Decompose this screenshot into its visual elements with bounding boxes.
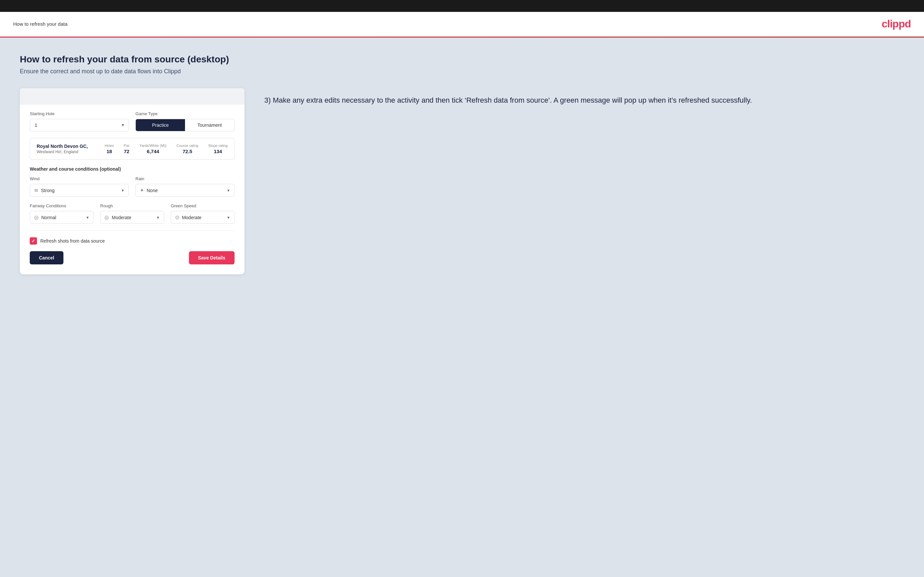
side-text-content: 3) Make any extra edits necessary to the… [264, 95, 904, 106]
rain-select[interactable]: ✦ None ▼ [136, 184, 234, 197]
practice-button[interactable]: Practice [136, 119, 185, 131]
wind-group: Wind ≋ Strong ▼ [30, 176, 129, 197]
fairway-select-wrapper: ◎ Normal ▼ [30, 211, 94, 224]
starting-hole-select[interactable]: 1 [30, 119, 129, 131]
fairway-group: Fairway Conditions ◎ Normal ▼ [30, 203, 94, 224]
fairway-select[interactable]: ◎ Normal ▼ [30, 211, 94, 224]
top-bar [0, 0, 924, 12]
checkmark-icon: ✓ [31, 239, 36, 243]
rough-select-wrapper: ◎ Moderate ▼ [100, 211, 164, 224]
green-speed-select-wrapper: ⊙ Moderate ▼ [171, 211, 234, 224]
green-speed-icon: ⊙ [175, 214, 179, 221]
side-text: 3) Make any extra edits necessary to the… [264, 88, 904, 106]
rain-select-wrapper: ✦ None ▼ [136, 184, 234, 197]
yards-value: 6,744 [139, 148, 166, 154]
green-speed-label: Green Speed [171, 203, 234, 208]
par-value: 72 [124, 148, 129, 154]
rough-label: Rough [100, 203, 164, 208]
green-speed-arrow-icon: ▼ [227, 216, 230, 219]
rain-value: None [147, 188, 224, 193]
starting-hole-select-wrapper: 1 ▼ [30, 119, 129, 131]
course-rating-value: 72.5 [176, 148, 198, 154]
game-type-group: Game Type Practice Tournament [136, 111, 234, 131]
course-info-box: Royal North Devon GC, Westward Ho!, Engl… [30, 138, 234, 160]
rough-icon: ◎ [104, 214, 109, 221]
slope-rating-value: 134 [208, 148, 228, 154]
rough-arrow-icon: ▼ [156, 216, 160, 219]
form-row-top: Starting Hole 1 ▼ Game Type Practice Tou… [30, 111, 234, 131]
button-row: Cancel Save Details [30, 251, 234, 264]
header-title: How to refresh your data [13, 21, 68, 27]
game-type-label: Game Type [136, 111, 234, 116]
refresh-checkbox[interactable]: ✓ [30, 237, 37, 245]
starting-hole-label: Starting Hole [30, 111, 129, 116]
starting-hole-group: Starting Hole 1 ▼ [30, 111, 129, 131]
slope-rating-label: Slope rating [208, 143, 228, 148]
green-speed-value: Moderate [182, 215, 224, 220]
wind-icon: ≋ [34, 187, 38, 193]
green-speed-select[interactable]: ⊙ Moderate ▼ [171, 211, 234, 224]
rough-select[interactable]: ◎ Moderate ▼ [100, 211, 164, 224]
par-label: Par [124, 143, 129, 148]
yards-label: Yards/White (M)) [139, 143, 166, 148]
tournament-button[interactable]: Tournament [185, 119, 234, 131]
par-stat: Par 72 [124, 143, 129, 154]
course-name-group: Royal North Devon GC, Westward Ho!, Engl… [37, 143, 95, 154]
cancel-button[interactable]: Cancel [30, 251, 63, 264]
refresh-checkbox-row: ✓ Refresh shots from data source [30, 237, 234, 245]
fairway-label: Fairway Conditions [30, 203, 94, 208]
rough-value: Moderate [111, 215, 153, 220]
rain-icon: ✦ [140, 187, 144, 193]
refresh-checkbox-label: Refresh shots from data source [40, 239, 105, 243]
game-type-buttons: Practice Tournament [136, 119, 234, 131]
page-subtitle: Ensure the correct and most up to date d… [20, 68, 904, 75]
course-rating-label: Course rating [176, 143, 198, 148]
wind-select[interactable]: ≋ Strong ▼ [30, 184, 129, 197]
main-content: How to refresh your data from source (de… [0, 38, 924, 577]
wind-value: Strong [41, 188, 118, 193]
rain-label: Rain [136, 176, 234, 181]
slope-rating-stat: Slope rating 134 [208, 143, 228, 154]
content-area: Starting Hole 1 ▼ Game Type Practice Tou… [20, 88, 904, 274]
holes-stat: Holes 18 [105, 143, 114, 154]
fairway-arrow-icon: ▼ [86, 216, 89, 219]
conditions-row: Fairway Conditions ◎ Normal ▼ Rough ◎ [30, 203, 234, 224]
form-divider [30, 230, 234, 231]
green-speed-group: Green Speed ⊙ Moderate ▼ [171, 203, 234, 224]
holes-value: 18 [105, 148, 114, 154]
form-card: Starting Hole 1 ▼ Game Type Practice Tou… [20, 88, 244, 274]
page-title: How to refresh your data from source (de… [20, 54, 904, 65]
course-rating-stat: Course rating 72.5 [176, 143, 198, 154]
rain-group: Rain ✦ None ▼ [136, 176, 234, 197]
yards-stat: Yards/White (M)) 6,744 [139, 143, 166, 154]
logo: clippd [882, 18, 911, 30]
rain-arrow-icon: ▼ [227, 189, 230, 192]
wind-arrow-icon: ▼ [121, 189, 124, 192]
course-name-main: Royal North Devon GC, [37, 143, 95, 149]
fairway-value: Normal [41, 215, 83, 220]
rough-group: Rough ◎ Moderate ▼ [100, 203, 164, 224]
fairway-icon: ◎ [34, 214, 39, 221]
header: How to refresh your data clippd [0, 12, 924, 37]
weather-row: Wind ≋ Strong ▼ Rain ✦ None [30, 176, 234, 197]
wind-label: Wind [30, 176, 129, 181]
form-top-bar [20, 88, 244, 105]
save-button[interactable]: Save Details [189, 251, 235, 264]
weather-section-title: Weather and course conditions (optional) [30, 166, 234, 172]
holes-label: Holes [105, 143, 114, 148]
wind-select-wrapper: ≋ Strong ▼ [30, 184, 129, 197]
course-location: Westward Ho!, England [37, 150, 95, 154]
